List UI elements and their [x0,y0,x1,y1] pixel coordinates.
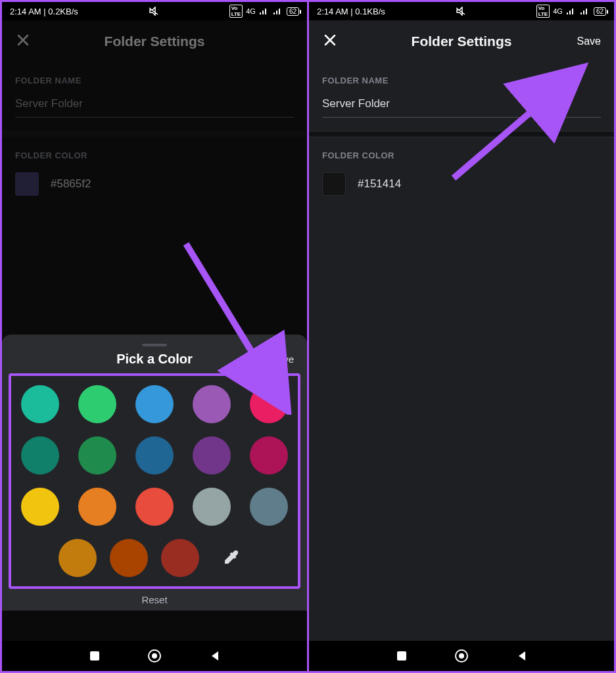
color-swatch-option[interactable] [135,488,174,526]
status-right: VoLTE 4G 62 [229,5,299,18]
color-swatch-option[interactable] [135,385,174,423]
right-screenshot: 2:14 AM | 0.1KB/s VoLTE 4G 62 Folder Set… [309,2,614,671]
color-swatch-option[interactable] [193,436,231,475]
folder-name-section: FOLDER NAME [2,62,307,131]
color-swatch-option[interactable] [250,488,288,526]
color-swatch-option[interactable] [135,436,174,475]
nav-home-button[interactable] [147,649,162,663]
folder-color-section: FOLDER COLOR #151414 [309,137,614,209]
color-swatch-option[interactable] [59,539,97,577]
mute-icon [456,7,466,16]
battery-icon: 62 [594,7,606,16]
nav-recent-button[interactable] [89,650,101,662]
left-screenshot: 2:14 AM | 0.2KB/s VoLTE 4G 62 Folder Set… [2,2,309,671]
eyedropper-button[interactable] [212,539,250,577]
status-time: 2:14 AM | 0.1KB/s [317,7,385,16]
page-header: Folder Settings [2,20,307,62]
nav-back-button[interactable] [516,650,528,662]
signal-icon-2 [273,7,283,15]
color-swatch [15,172,39,196]
color-swatch-option[interactable] [161,539,199,577]
status-time: 2:14 AM | 0.2KB/s [10,7,78,16]
color-swatch [322,172,346,196]
folder-color-row[interactable]: #151414 [322,172,601,196]
color-swatch-option[interactable] [193,385,231,423]
color-picker-sheet: Pick a Color Save Reset [2,335,307,611]
svg-rect-5 [397,651,406,661]
status-bar: 2:14 AM | 0.1KB/s VoLTE 4G 62 [309,2,614,20]
sheet-save-button[interactable]: Save [272,354,294,365]
signal-icon [259,7,270,15]
folder-name-label: FOLDER NAME [322,76,601,85]
color-swatch-option[interactable] [193,488,231,526]
battery-icon: 62 [287,7,299,16]
color-swatch-option[interactable] [110,539,148,577]
color-swatch-option[interactable] [78,385,116,423]
color-hex-value: #151414 [358,177,401,191]
folder-name-input[interactable] [322,97,601,110]
color-swatch-option[interactable] [78,436,116,475]
folder-color-label: FOLDER COLOR [322,151,601,160]
volte-icon: VoLTE [229,5,243,18]
folder-name-section: FOLDER NAME [309,62,614,131]
nav-home-button[interactable] [454,649,469,663]
folder-color-section: FOLDER COLOR #5865f2 [2,137,307,209]
signal-icon-2 [580,7,590,15]
folder-name-label: FOLDER NAME [15,76,294,85]
color-swatch-option[interactable] [78,488,116,526]
color-swatch-option[interactable] [250,436,288,475]
folder-name-input[interactable] [15,97,294,110]
status-bar: 2:14 AM | 0.2KB/s VoLTE 4G 62 [2,2,307,20]
signal-icon [566,7,577,15]
color-hex-value: #5865f2 [51,177,91,191]
nav-back-button[interactable] [209,650,221,662]
color-swatch-option[interactable] [21,436,59,475]
color-swatch-option[interactable] [21,385,59,423]
folder-color-label: FOLDER COLOR [15,151,294,160]
folder-color-row[interactable]: #5865f2 [15,172,294,196]
reset-button[interactable]: Reset [9,594,300,605]
sheet-title: Pick a Color [116,352,193,367]
page-header: Folder Settings Save [309,20,614,62]
android-nav-bar [2,641,307,671]
save-button[interactable]: Save [577,35,601,47]
page-title: Folder Settings [322,34,601,49]
net-label: 4G [246,7,256,15]
page-title: Folder Settings [15,34,294,49]
color-swatch-option[interactable] [250,385,288,423]
color-swatch-option[interactable] [21,488,59,526]
net-label: 4G [553,7,563,15]
status-right: VoLTE 4G 62 [536,5,606,18]
sheet-drag-handle[interactable] [142,344,167,346]
volte-icon: VoLTE [536,5,550,18]
svg-point-7 [459,653,464,659]
android-nav-bar [309,641,614,671]
svg-rect-1 [90,651,99,661]
nav-recent-button[interactable] [396,650,408,662]
svg-point-3 [152,653,157,659]
color-grid-highlight [9,373,300,589]
mute-icon [149,7,159,16]
